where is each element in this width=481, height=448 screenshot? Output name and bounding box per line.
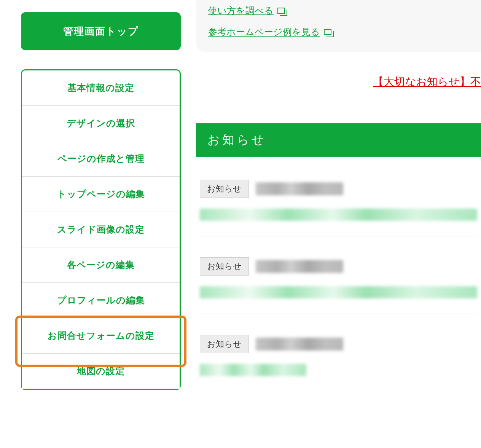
- sidebar-item-label: デザインの選択: [67, 117, 135, 129]
- sidebar-item-label: お問合せフォームの設定: [48, 330, 154, 342]
- sidebar-item-label: トップページの編集: [57, 188, 145, 200]
- sidebar-item-label: ページの作成と管理: [57, 153, 145, 165]
- news-badge: お知らせ: [200, 257, 249, 276]
- sidebar-item-profile-edit[interactable]: プロフィールの編集: [22, 283, 180, 318]
- important-notice-label: 【大切なお知らせ】不: [373, 76, 481, 88]
- sidebar-item-label: 基本情報の設定: [67, 82, 134, 94]
- sidebar-item-each-page-edit[interactable]: 各ページの編集: [22, 247, 180, 283]
- important-notice-link[interactable]: 【大切なお知らせ】不: [196, 75, 481, 89]
- sidebar: 管理画面トップ 基本情報の設定 デザインの選択 ページの作成と管理 トップページ…: [21, 0, 181, 412]
- blurred-news-title[interactable]: [200, 286, 477, 298]
- news-badge: お知らせ: [200, 335, 249, 353]
- blurred-date: [256, 338, 343, 351]
- news-item: お知らせ: [200, 180, 477, 236]
- main-content: 使い方を調べる 参考ホームページ例を見る 【大切なお知らせ】不 お知らせ お知ら…: [196, 0, 481, 412]
- sidebar-item-label: プロフィールの編集: [57, 294, 145, 306]
- blurred-news-title[interactable]: [200, 364, 306, 376]
- help-link-usage-label: 使い方を調べる: [208, 5, 274, 17]
- help-area: 使い方を調べる 参考ホームページ例を見る: [196, 0, 481, 52]
- sidebar-item-slide-image-settings[interactable]: スライド画像の設定: [22, 212, 180, 247]
- help-link-examples[interactable]: 参考ホームページ例を見る: [208, 26, 331, 38]
- external-window-icon: [324, 29, 331, 35]
- sidebar-item-map-settings[interactable]: 地図の設定: [22, 354, 180, 389]
- blurred-date: [256, 182, 343, 195]
- admin-top-button-label: 管理画面トップ: [63, 26, 139, 37]
- help-link-usage[interactable]: 使い方を調べる: [208, 5, 285, 17]
- news-section-header-label: お知らせ: [207, 133, 266, 147]
- blurred-news-title[interactable]: [200, 209, 477, 221]
- news-section-header: お知らせ: [196, 123, 481, 157]
- sidebar-item-basic-settings[interactable]: 基本情報の設定: [22, 70, 180, 106]
- news-item: お知らせ: [200, 257, 477, 314]
- sidebar-item-label: 地図の設定: [77, 365, 125, 377]
- help-link-examples-label: 参考ホームページ例を見る: [208, 26, 320, 38]
- sidebar-item-label: 各ページの編集: [67, 259, 135, 271]
- sidebar-item-contact-form-settings[interactable]: お問合せフォームの設定: [22, 318, 180, 354]
- news-badge: お知らせ: [200, 180, 249, 198]
- sidebar-item-label: スライド画像の設定: [57, 223, 145, 236]
- sidebar-item-top-page-edit[interactable]: トップページの編集: [22, 177, 180, 212]
- news-item: お知らせ: [200, 335, 477, 391]
- sidebar-item-page-management[interactable]: ページの作成と管理: [22, 141, 180, 177]
- news-list: お知らせ お知らせ お知らせ: [196, 157, 481, 391]
- blurred-date: [256, 260, 343, 273]
- sidebar-menu: 基本情報の設定 デザインの選択 ページの作成と管理 トップページの編集 スライド…: [21, 69, 181, 390]
- sidebar-item-design-select[interactable]: デザインの選択: [22, 106, 180, 141]
- external-window-icon: [277, 8, 285, 14]
- admin-top-button[interactable]: 管理画面トップ: [21, 12, 181, 50]
